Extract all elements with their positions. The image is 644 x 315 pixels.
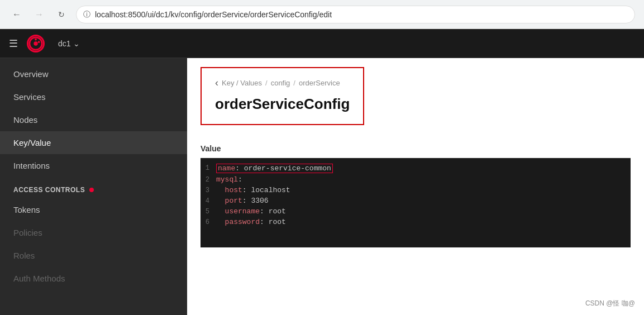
line1-key: name xyxy=(218,164,235,173)
sidebar-item-tokens[interactable]: Tokens xyxy=(0,198,187,221)
chevron-down-icon: ⌄ xyxy=(73,39,80,48)
sidebar: Overview Services Nodes Key/Value Intent… xyxy=(0,58,187,315)
line-number-6: 6 xyxy=(201,218,216,226)
line1-value: : order-service-common xyxy=(235,164,331,173)
code-editor[interactable]: 1 name: order-service-common 2 mysql: xyxy=(201,158,631,247)
forward-button[interactable]: → xyxy=(31,7,47,22)
line-number-5: 5 xyxy=(201,207,216,216)
line-number-1: 1 xyxy=(201,164,216,172)
content-area: ‹ Key / Values / config / orderService o… xyxy=(187,58,644,315)
line2-key: mysql xyxy=(216,175,238,184)
sidebar-item-services[interactable]: Services xyxy=(0,85,187,108)
sidebar-item-auth-methods[interactable]: Auth Methods xyxy=(0,267,187,290)
sidebar-item-keyvalue[interactable]: Key/Value xyxy=(0,131,187,154)
sidebar-item-policies[interactable]: Policies xyxy=(0,221,187,244)
line6-value: : root xyxy=(260,218,286,226)
value-section: Value 1 name: order-service-common 2 xyxy=(201,139,631,247)
address-bar[interactable]: ⓘ localhost:8500/ui/dc1/kv/config/orderS… xyxy=(76,6,635,23)
line-number-2: 2 xyxy=(201,175,216,184)
line3-value: : localhost xyxy=(242,186,290,194)
url-text: localhost:8500/ui/dc1/kv/config/orderSer… xyxy=(95,10,332,19)
line-content-5: username: root xyxy=(216,207,631,216)
line1-highlight: name: order-service-common xyxy=(216,164,333,173)
back-button[interactable]: ← xyxy=(9,7,25,22)
breadcrumb-kv: Key / Values xyxy=(222,79,262,87)
line5-indent xyxy=(216,207,225,216)
line6-indent xyxy=(216,218,225,226)
line4-key: port xyxy=(225,197,242,205)
sidebar-item-intentions[interactable]: Intentions xyxy=(0,154,187,177)
hamburger-menu[interactable]: ☰ xyxy=(9,37,18,50)
line-content-2: mysql: xyxy=(216,175,631,184)
code-line-6: 6 password: root xyxy=(201,217,631,227)
logo-icon xyxy=(27,35,45,52)
sidebar-item-label: Roles xyxy=(13,251,35,260)
sidebar-item-label: Intentions xyxy=(13,161,50,170)
breadcrumb-orderservice: orderService xyxy=(299,79,340,87)
sidebar-item-label: Key/Value xyxy=(13,138,51,147)
sidebar-item-label: Nodes xyxy=(13,115,37,125)
line2-value: : xyxy=(238,175,242,184)
sidebar-item-label: Tokens xyxy=(13,205,40,214)
value-label: Value xyxy=(201,139,631,158)
access-controls-header: ACCESS CONTROLS xyxy=(0,177,187,198)
line-number-3: 3 xyxy=(201,186,216,194)
line5-value: : root xyxy=(260,207,286,216)
code-line-2: 2 mysql: xyxy=(201,174,631,185)
line-content-3: host: localhost xyxy=(216,186,631,194)
watermark-text: CSDN @怪 咖@ xyxy=(585,299,635,307)
line-content-4: port: 3306 xyxy=(216,197,631,205)
sidebar-item-label: Policies xyxy=(13,228,42,237)
top-nav: ☰ dc1 ⌄ xyxy=(0,29,644,58)
access-controls-label: ACCESS CONTROLS xyxy=(13,186,85,194)
dc-label: dc1 xyxy=(58,39,71,48)
page-header-box: ‹ Key / Values / config / orderService o… xyxy=(201,67,364,125)
line-number-4: 4 xyxy=(201,197,216,205)
secure-icon: ⓘ xyxy=(83,9,90,20)
code-line-4: 4 port: 3306 xyxy=(201,195,631,206)
line4-indent xyxy=(216,197,225,205)
line4-value: : 3306 xyxy=(242,197,269,205)
svg-point-1 xyxy=(34,41,37,45)
line5-key: username xyxy=(225,207,260,216)
access-controls-status-dot xyxy=(89,188,94,192)
code-line-5: 5 username: root xyxy=(201,206,631,217)
refresh-button[interactable]: ↻ xyxy=(54,7,69,22)
sidebar-item-overview[interactable]: Overview xyxy=(0,63,187,85)
back-arrow[interactable]: ‹ xyxy=(215,77,218,89)
sidebar-item-nodes[interactable]: Nodes xyxy=(0,108,187,131)
app-container: ☰ dc1 ⌄ Overview Services Nodes Key/Valu… xyxy=(0,29,644,315)
sidebar-item-roles[interactable]: Roles xyxy=(0,244,187,267)
watermark: CSDN @怪 咖@ xyxy=(585,299,635,308)
browser-bar: ← → ↻ ⓘ localhost:8500/ui/dc1/kv/config/… xyxy=(0,0,644,29)
breadcrumb-sep2: / xyxy=(293,79,295,87)
line-content-6: password: root xyxy=(216,218,631,226)
code-line-3: 3 host: localhost xyxy=(201,185,631,195)
main-area: Overview Services Nodes Key/Value Intent… xyxy=(0,58,644,315)
svg-point-3 xyxy=(38,41,40,43)
page-title: orderServiceConfig xyxy=(215,96,350,113)
line3-key: host xyxy=(225,186,242,194)
breadcrumb-config: config xyxy=(271,79,290,87)
line-content-1: name: order-service-common xyxy=(216,164,631,173)
line3-indent xyxy=(216,186,225,194)
code-line-1: 1 name: order-service-common xyxy=(201,163,631,174)
svg-point-2 xyxy=(35,38,37,40)
breadcrumb-sep1: / xyxy=(265,79,268,87)
line6-key: password xyxy=(225,218,260,226)
sidebar-item-label: Services xyxy=(13,92,46,102)
sidebar-item-label: Overview xyxy=(13,69,49,79)
logo xyxy=(27,35,45,52)
breadcrumb: ‹ Key / Values / config / orderService xyxy=(215,77,350,89)
sidebar-item-label: Auth Methods xyxy=(13,274,65,283)
dc-selector[interactable]: dc1 ⌄ xyxy=(58,39,80,48)
